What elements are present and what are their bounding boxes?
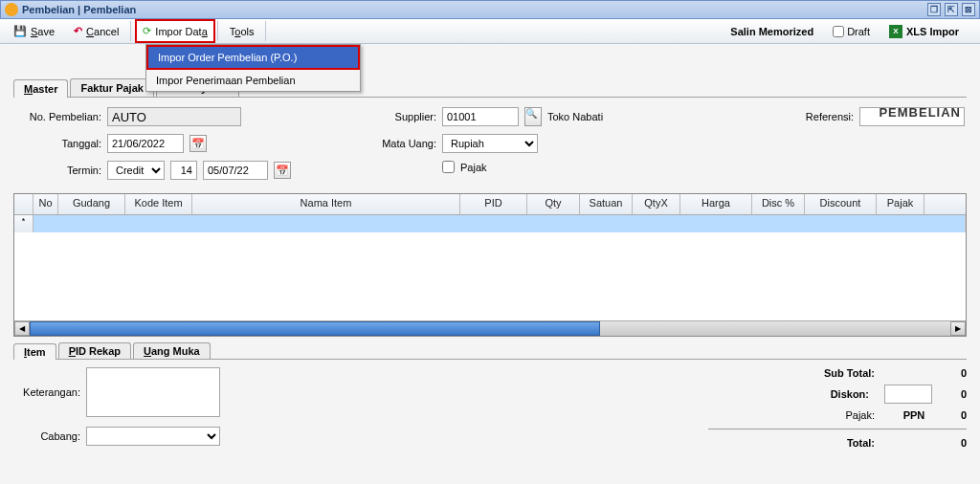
diskon-value: 0 <box>938 388 967 400</box>
scroll-right-icon[interactable]: ▶ <box>950 321 966 336</box>
total-label: Total: <box>708 437 890 449</box>
col-satuan[interactable]: Satuan <box>580 194 633 214</box>
draft-label: Draft <box>847 26 870 37</box>
subtab-pid-rekap[interactable]: PID Rekap <box>58 342 131 359</box>
scroll-thumb[interactable] <box>30 321 600 336</box>
sub-tabs: Item PID Rekap Uang Muka <box>13 342 967 360</box>
referensi-label: Referensi: <box>806 111 854 122</box>
cancel-label: ancel <box>94 26 119 37</box>
termin-calendar-icon[interactable]: 📅 <box>274 162 291 179</box>
xls-impor-button[interactable]: X XLS Impor <box>880 25 969 38</box>
cancel-icon: ↶ <box>74 25 82 37</box>
col-kode-item[interactable]: Kode Item <box>125 194 192 214</box>
subtotal-label: Sub Total: <box>708 367 890 379</box>
termin-label: Termin: <box>15 165 101 176</box>
subtotal-value: 0 <box>890 367 967 379</box>
supplier-name-text: Toko Nabati <box>547 111 603 122</box>
window-close-icon[interactable]: ⊠ <box>962 3 975 16</box>
cabang-label: Cabang: <box>13 430 80 442</box>
mata-uang-label: Mata Uang: <box>360 138 436 149</box>
tanggal-label: Tanggal: <box>15 138 101 149</box>
pajak-checkbox[interactable] <box>442 161 455 173</box>
termin-due-input[interactable] <box>203 161 268 180</box>
draft-checkbox[interactable] <box>833 26 844 37</box>
mata-uang-select[interactable]: Rupiah <box>442 134 538 153</box>
termin-type-select[interactable]: Credit <box>107 161 165 180</box>
supplier-code-input[interactable] <box>442 107 519 126</box>
tab-master[interactable]: Master <box>13 79 68 98</box>
toolbar: 💾 Save ↶ Cancel ⟳ Impor Data Tools Salin… <box>0 19 980 44</box>
tab-faktur-pajak[interactable]: Faktur Pajak <box>70 78 153 97</box>
col-gudang[interactable]: Gudang <box>58 194 125 214</box>
pajak-total-label: Pajak: <box>708 409 890 421</box>
diskon-input[interactable] <box>884 385 932 404</box>
impor-data-dropdown: Impor Order Pembelian (P.O.) Impor Pener… <box>145 44 361 92</box>
col-qtyx[interactable]: QtyX <box>633 194 680 214</box>
window-title: Pembelian | Pembelian <box>22 4 136 15</box>
pajak-value: 0 <box>938 409 967 421</box>
tools-label: Tools <box>230 26 255 37</box>
xls-icon: X <box>889 25 902 38</box>
termin-days-input[interactable] <box>170 161 197 180</box>
xls-impor-label: XLS Impor <box>906 26 959 37</box>
col-no[interactable]: No <box>33 194 58 214</box>
col-nama-item[interactable]: Nama Item <box>192 194 460 214</box>
app-icon <box>5 3 18 16</box>
tanggal-input[interactable] <box>107 134 184 153</box>
subtab-uang-muka[interactable]: Uang Muka <box>133 342 211 359</box>
pajak-label: Pajak <box>460 162 487 173</box>
supplier-label: Supplier: <box>360 111 436 122</box>
save-button[interactable]: 💾 Save <box>4 19 64 43</box>
col-qty[interactable]: Qty <box>527 194 580 214</box>
tanggal-calendar-icon[interactable]: 📅 <box>189 135 207 152</box>
impor-data-label: Impor Data <box>155 26 207 37</box>
dropdown-item-impor-penerimaan[interactable]: Impor Penerimaan Pembelian <box>146 70 360 91</box>
tools-button[interactable]: Tools <box>220 19 264 43</box>
items-grid: No Gudang Kode Item Nama Item PID Qty Sa… <box>13 193 967 337</box>
supplier-lookup-icon[interactable]: 🔍 <box>524 107 542 126</box>
no-pembelian-input[interactable] <box>107 107 241 126</box>
window-maximize-icon[interactable]: ⇱ <box>945 3 958 16</box>
scroll-left-icon[interactable]: ◀ <box>14 321 30 336</box>
dropdown-item-impor-po[interactable]: Impor Order Pembelian (P.O.) <box>146 45 360 70</box>
impor-data-button[interactable]: ⟳ Impor Data <box>135 19 214 43</box>
save-icon: 💾 <box>13 25 27 37</box>
col-disc-percent[interactable]: Disc % <box>752 194 805 214</box>
subtab-item[interactable]: Item <box>13 343 56 360</box>
title-bar: Pembelian | Pembelian ❐ ⇱ ⊠ <box>0 0 980 19</box>
diskon-label: Diskon: <box>708 388 884 400</box>
reload-icon: ⟳ <box>143 25 151 37</box>
col-pid[interactable]: PID <box>460 194 527 214</box>
save-label: ave <box>37 26 55 37</box>
total-value: 0 <box>890 437 967 449</box>
no-pembelian-label: No. Pembelian: <box>15 111 101 122</box>
pajak-type: PPN <box>890 409 938 421</box>
cabang-select[interactable] <box>86 427 220 446</box>
keterangan-label: Keterangan: <box>13 386 80 398</box>
keterangan-textarea[interactable] <box>86 367 220 417</box>
col-discount[interactable]: Discount <box>805 194 877 214</box>
window-restore-icon[interactable]: ❐ <box>927 3 941 16</box>
col-pajak[interactable]: Pajak <box>877 194 924 214</box>
col-harga[interactable]: Harga <box>680 194 752 214</box>
section-title: PEMBELIAN <box>879 105 961 120</box>
cancel-button[interactable]: ↶ Cancel <box>64 19 128 43</box>
grid-new-row[interactable]: * <box>14 215 966 232</box>
grid-hscroll[interactable]: ◀ ▶ <box>14 320 966 336</box>
salin-memorized-button[interactable]: Salin Memorized <box>721 26 823 37</box>
